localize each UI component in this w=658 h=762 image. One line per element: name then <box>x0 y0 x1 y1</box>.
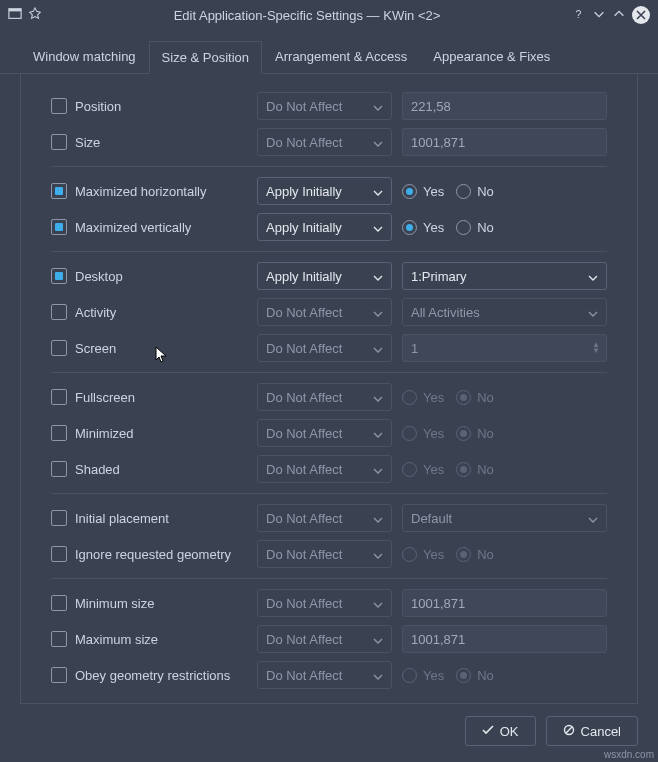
ok-button[interactable]: OK <box>465 716 536 746</box>
fullscreen-label: Fullscreen <box>75 390 135 405</box>
maxsize-checkbox[interactable] <box>51 631 67 647</box>
maxv-yes-radio[interactable] <box>402 220 417 235</box>
maxv-label: Maximized vertically <box>75 220 191 235</box>
minsize-value-input[interactable]: 1001,871 <box>402 589 607 617</box>
svg-rect-1 <box>9 8 21 11</box>
maxh-yes-radio[interactable] <box>402 184 417 199</box>
chevron-down-icon <box>373 464 383 474</box>
titlebar: Edit Application-Specific Settings — KWi… <box>0 0 658 30</box>
chevron-down-icon <box>373 307 383 317</box>
desktop-label: Desktop <box>75 269 123 284</box>
svg-line-4 <box>566 727 572 733</box>
maxv-policy-select[interactable]: Apply Initially <box>257 213 392 241</box>
screen-policy-select[interactable]: Do Not Affect <box>257 334 392 362</box>
position-checkbox[interactable] <box>51 98 67 114</box>
position-label: Position <box>75 99 121 114</box>
chevron-down-icon <box>588 307 598 317</box>
close-icon[interactable] <box>632 6 650 24</box>
size-label: Size <box>75 135 100 150</box>
chevron-down-icon <box>373 392 383 402</box>
fullscreen-yes-radio[interactable] <box>402 390 417 405</box>
help-icon[interactable]: ? <box>572 7 586 24</box>
minimized-no-radio[interactable] <box>456 426 471 441</box>
separator <box>51 493 607 494</box>
fullscreen-checkbox[interactable] <box>51 389 67 405</box>
tab-size-position[interactable]: Size & Position <box>149 41 262 74</box>
tab-arrangement-access[interactable]: Arrangement & Access <box>262 40 420 73</box>
maxh-no-radio[interactable] <box>456 184 471 199</box>
pin-icon[interactable] <box>28 7 42 24</box>
position-value-input[interactable]: 221,58 <box>402 92 607 120</box>
activity-checkbox[interactable] <box>51 304 67 320</box>
maxv-no-radio[interactable] <box>456 220 471 235</box>
activity-value-select[interactable]: All Activities <box>402 298 607 326</box>
ignoregeo-checkbox[interactable] <box>51 546 67 562</box>
window-title: Edit Application-Specific Settings — KWi… <box>42 8 572 23</box>
activity-policy-select[interactable]: Do Not Affect <box>257 298 392 326</box>
minimized-checkbox[interactable] <box>51 425 67 441</box>
chevron-down-icon <box>373 670 383 680</box>
shaded-policy-select[interactable]: Do Not Affect <box>257 455 392 483</box>
obeygeo-checkbox[interactable] <box>51 667 67 683</box>
spinner-arrows-icon: ▲▼ <box>592 342 600 354</box>
minimized-yes-radio[interactable] <box>402 426 417 441</box>
tab-appearance-fixes[interactable]: Appearance & Fixes <box>420 40 563 73</box>
ignoregeo-label: Ignore requested geometry <box>75 547 231 562</box>
initialpl-checkbox[interactable] <box>51 510 67 526</box>
obeygeo-yes-radio[interactable] <box>402 668 417 683</box>
maximize-icon[interactable] <box>612 7 626 24</box>
screen-value-spin[interactable]: 1▲▼ <box>402 334 607 362</box>
obeygeo-label: Obey geometry restrictions <box>75 668 230 683</box>
tab-window-matching[interactable]: Window matching <box>20 40 149 73</box>
settings-panel: Position Do Not Affect 221,58 Size Do No… <box>20 74 638 704</box>
screen-checkbox[interactable] <box>51 340 67 356</box>
obeygeo-no-radio[interactable] <box>456 668 471 683</box>
minimize-icon[interactable] <box>592 7 606 24</box>
shaded-no-radio[interactable] <box>456 462 471 477</box>
ignoregeo-yes-radio[interactable] <box>402 547 417 562</box>
ignoregeo-no-radio[interactable] <box>456 547 471 562</box>
minimized-policy-select[interactable]: Do Not Affect <box>257 419 392 447</box>
chevron-down-icon <box>373 271 383 281</box>
shaded-yes-radio[interactable] <box>402 462 417 477</box>
maxh-policy-select[interactable]: Apply Initially <box>257 177 392 205</box>
chevron-down-icon <box>373 137 383 147</box>
ignoregeo-policy-select[interactable]: Do Not Affect <box>257 540 392 568</box>
separator <box>51 166 607 167</box>
fullscreen-no-radio[interactable] <box>456 390 471 405</box>
chevron-down-icon <box>373 634 383 644</box>
initialpl-value-select[interactable]: Default <box>402 504 607 532</box>
maxsize-value-input[interactable]: 1001,871 <box>402 625 607 653</box>
chevron-down-icon <box>373 598 383 608</box>
svg-text:?: ? <box>576 7 582 19</box>
dialog-buttons: OK Cancel <box>0 704 658 758</box>
app-icon <box>8 7 22 24</box>
desktop-checkbox[interactable] <box>51 268 67 284</box>
size-policy-select[interactable]: Do Not Affect <box>257 128 392 156</box>
size-value-input[interactable]: 1001,871 <box>402 128 607 156</box>
minsize-policy-select[interactable]: Do Not Affect <box>257 589 392 617</box>
shaded-checkbox[interactable] <box>51 461 67 477</box>
maxh-label: Maximized horizontally <box>75 184 207 199</box>
size-checkbox[interactable] <box>51 134 67 150</box>
desktop-value-select[interactable]: 1:Primary <box>402 262 607 290</box>
minsize-checkbox[interactable] <box>51 595 67 611</box>
cancel-button[interactable]: Cancel <box>546 716 638 746</box>
separator <box>51 372 607 373</box>
maxv-checkbox[interactable] <box>51 219 67 235</box>
initialpl-policy-select[interactable]: Do Not Affect <box>257 504 392 532</box>
check-icon <box>482 724 494 739</box>
maxh-checkbox[interactable] <box>51 183 67 199</box>
position-policy-select[interactable]: Do Not Affect <box>257 92 392 120</box>
obeygeo-policy-select[interactable]: Do Not Affect <box>257 661 392 689</box>
chevron-down-icon <box>373 428 383 438</box>
watermark: wsxdn.com <box>604 749 654 760</box>
initialpl-label: Initial placement <box>75 511 169 526</box>
separator <box>51 578 607 579</box>
maxsize-label: Maximum size <box>75 632 158 647</box>
desktop-policy-select[interactable]: Apply Initially <box>257 262 392 290</box>
cancel-icon <box>563 724 575 739</box>
chevron-down-icon <box>588 513 598 523</box>
maxsize-policy-select[interactable]: Do Not Affect <box>257 625 392 653</box>
fullscreen-policy-select[interactable]: Do Not Affect <box>257 383 392 411</box>
